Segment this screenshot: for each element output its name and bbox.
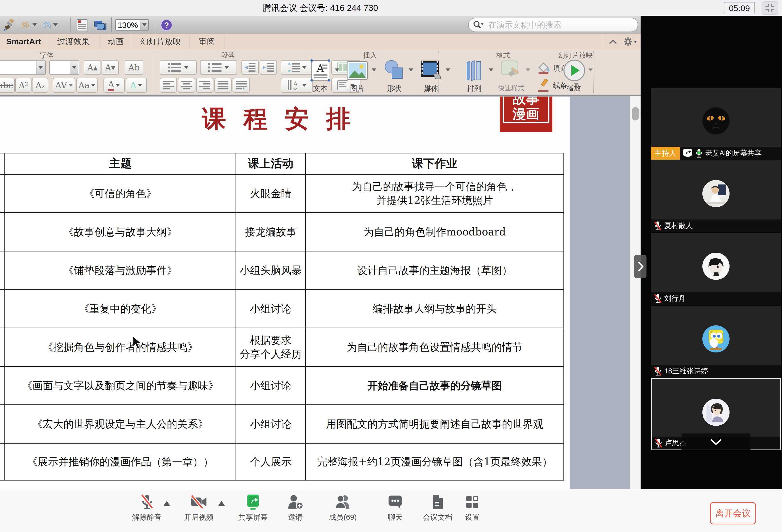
slide-scrollbar[interactable]	[630, 96, 641, 489]
text-effects-button[interactable]: A	[126, 78, 147, 92]
mic-muted-icon	[140, 494, 154, 510]
screen-sharing-icon	[682, 149, 693, 158]
shrink-font-button[interactable]: A▾	[102, 60, 119, 75]
host-badge: 主持人	[651, 147, 680, 160]
table-row: 《画面与文字以及翻页之间的节奏与趣味》 小组讨论 开始准备自己故事的分镜草图	[0, 367, 564, 405]
media-browser-button[interactable]	[93, 18, 107, 32]
illustrated-boy-avatar-icon	[702, 399, 730, 426]
scrollbar-thumb[interactable]	[632, 107, 639, 120]
insert-shape-button[interactable]: 形状	[376, 59, 413, 94]
story-comic-stamp: 故事 漫画	[500, 97, 553, 132]
superscript-button[interactable]: A²	[15, 78, 32, 92]
numbering-button[interactable]	[200, 60, 237, 75]
meeting-control-bar: 解除静音 开启视频	[0, 489, 782, 532]
media-icon	[94, 19, 107, 31]
zoom-level-field[interactable]: 130%	[115, 19, 140, 31]
participant-tile[interactable]: 18三维张诗婷	[651, 306, 781, 378]
unmute-button[interactable]: 解除静音	[125, 493, 169, 522]
avatar	[702, 180, 730, 207]
tab-transitions[interactable]: 过渡效果	[47, 34, 100, 49]
leave-meeting-button[interactable]: 离开会议	[710, 502, 756, 524]
header-homework: 课下作业	[306, 153, 564, 175]
quick-styles-button[interactable]: 快速样式	[493, 59, 530, 94]
format-painter-button[interactable]	[2, 18, 16, 32]
video-options-arrow[interactable]	[218, 501, 225, 506]
align-right-button[interactable]	[196, 78, 213, 92]
textbox-icon: A	[310, 59, 331, 82]
share-screen-icon	[245, 494, 261, 510]
change-case-button[interactable]: Aa	[76, 78, 98, 92]
table-row: 《故事创意与故事大纲》 接龙编故事 为自己的角色制作moodboard	[0, 213, 564, 251]
tab-slideshow[interactable]: 幻灯片放映	[132, 34, 189, 49]
arrange-button[interactable]: 排列	[456, 59, 493, 94]
ribbon-settings-button[interactable]	[624, 37, 637, 46]
participants-sidebar: 主持人 老艾Ai的屏幕共享	[641, 16, 782, 489]
picture-icon	[346, 60, 368, 81]
undo-dropdown[interactable]	[33, 24, 37, 26]
undo-button[interactable]	[21, 19, 37, 31]
avatar	[702, 107, 730, 135]
arrange-icon	[463, 60, 485, 81]
members-icon	[334, 494, 351, 509]
participant-name: 夏村散人	[664, 221, 693, 231]
participant-tile[interactable]: 夏村散人	[651, 160, 781, 232]
participant-namebar: 18三维张诗婷	[651, 365, 781, 378]
redo-button[interactable]	[41, 19, 58, 31]
meeting-timer: 05:09	[724, 2, 755, 13]
start-video-button[interactable]: 开启视频	[177, 493, 221, 522]
subscript-button[interactable]: A₂	[32, 78, 48, 92]
bullets-button[interactable]	[159, 60, 197, 75]
table-row: 《可信的角色》 火眼金睛 为自己的故事找寻一个可信的角色， 并提供12张生活环境…	[0, 175, 564, 213]
participant-tile[interactable]: 刘行舟	[651, 233, 781, 305]
collapse-sidebar-button[interactable]	[634, 255, 646, 278]
table-row: 《挖掘角色与创作者的情感共鸣》 根据要求 分享个人经历 为自己的故事角色设置情感…	[0, 328, 564, 367]
quick-styles-icon	[500, 60, 523, 81]
share-screen-button[interactable]: 共享屏幕	[231, 493, 275, 522]
character-spacing-button[interactable]: AV	[53, 78, 75, 92]
decrease-indent-button[interactable]	[242, 60, 259, 75]
zoom-dropdown[interactable]	[140, 19, 149, 31]
mic-muted-icon	[654, 366, 662, 376]
grow-font-button[interactable]: A▴	[84, 60, 101, 75]
search-input[interactable]	[488, 20, 622, 30]
members-button[interactable]: 成员(69)	[321, 493, 365, 522]
align-center-button[interactable]	[178, 78, 195, 92]
insert-picture-button[interactable]: 图片	[339, 59, 376, 94]
participant-name: 18三维张诗婷	[664, 366, 708, 376]
font-name-combo[interactable]	[0, 60, 46, 75]
tab-review[interactable]: 审阅	[189, 34, 224, 49]
distribute-text-button[interactable]	[233, 78, 250, 92]
collapse-ribbon-icon[interactable]	[609, 39, 617, 45]
slide-outline-icon	[76, 19, 88, 31]
participant-tile-host[interactable]: 主持人 老艾Ai的屏幕共享	[651, 88, 781, 160]
shared-screen-region: 130% ? SmartArt 过渡效果 动画	[0, 16, 641, 489]
camera-off-icon	[190, 495, 208, 509]
exit-fullscreen-button[interactable]	[762, 1, 778, 15]
insert-textbox-button[interactable]: A 文本	[302, 59, 339, 94]
font-color-button[interactable]: A	[104, 78, 125, 92]
mic-options-arrow[interactable]	[164, 501, 170, 506]
insert-media-button[interactable]: 媒体	[413, 59, 450, 94]
justify-button[interactable]	[214, 78, 232, 92]
chat-button[interactable]: 聊天	[373, 493, 417, 522]
increase-indent-button[interactable]	[260, 60, 277, 75]
participant-name: 刘行舟	[664, 294, 686, 303]
media-film-icon	[420, 60, 442, 81]
invite-button[interactable]: 邀请	[273, 493, 318, 522]
clear-formatting-button[interactable]: Ab	[125, 60, 143, 75]
slide-view-button[interactable]	[75, 18, 89, 32]
strikethrough-button[interactable]: abe	[0, 78, 15, 92]
redo-dropdown[interactable]	[53, 24, 58, 26]
shapes-icon	[383, 60, 405, 81]
presentation-search[interactable]	[468, 18, 638, 32]
chat-icon	[388, 495, 403, 509]
font-size-combo[interactable]	[49, 60, 79, 75]
align-left-button[interactable]	[159, 78, 177, 92]
scroll-participants-down-button[interactable]	[681, 433, 750, 450]
tab-animation[interactable]: 动画	[100, 34, 132, 49]
settings-button[interactable]: 设置	[450, 493, 495, 522]
tab-smartart[interactable]: SmartArt	[0, 34, 47, 49]
redo-icon	[41, 20, 52, 30]
help-button[interactable]: ?	[159, 18, 173, 32]
play-icon	[563, 59, 585, 82]
